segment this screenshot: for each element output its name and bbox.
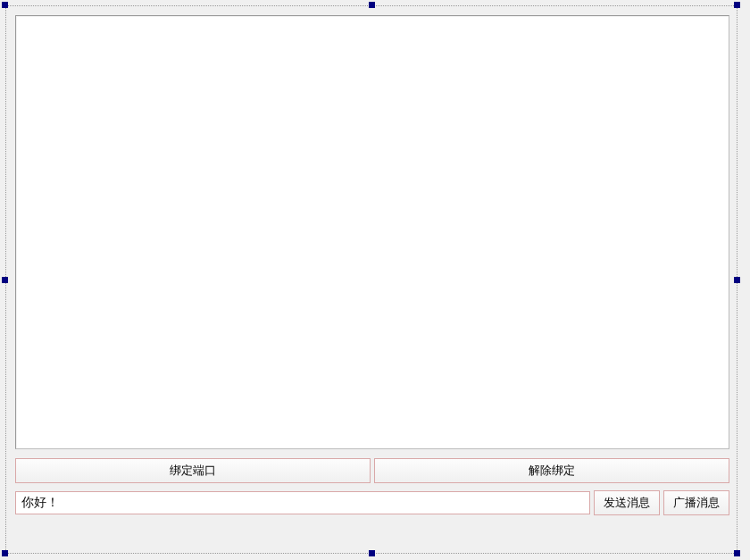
broadcast-message-button[interactable]: 广播消息	[663, 490, 729, 515]
message-input-row: 发送消息 广播消息	[15, 490, 729, 515]
message-input[interactable]	[15, 491, 590, 514]
form-designer-canvas[interactable]: 绑定端口 解除绑定 发送消息 广播消息	[5, 5, 738, 554]
resize-handle-top-center[interactable]	[369, 2, 375, 8]
output-textarea[interactable]	[15, 15, 729, 449]
resize-handle-bottom-right[interactable]	[734, 550, 740, 556]
bind-port-button[interactable]: 绑定端口	[15, 458, 371, 483]
unbind-button[interactable]: 解除绑定	[374, 458, 729, 483]
send-message-button[interactable]: 发送消息	[594, 490, 660, 515]
resize-handle-middle-left[interactable]	[2, 277, 8, 283]
resize-handle-bottom-center[interactable]	[369, 550, 375, 556]
resize-handle-bottom-left[interactable]	[2, 550, 8, 556]
resize-handle-top-left[interactable]	[2, 2, 8, 8]
form-container: 绑定端口 解除绑定 发送消息 广播消息	[6, 6, 737, 553]
resize-handle-middle-right[interactable]	[734, 277, 740, 283]
port-button-row: 绑定端口 解除绑定	[15, 458, 729, 483]
resize-handle-top-right[interactable]	[734, 2, 740, 8]
